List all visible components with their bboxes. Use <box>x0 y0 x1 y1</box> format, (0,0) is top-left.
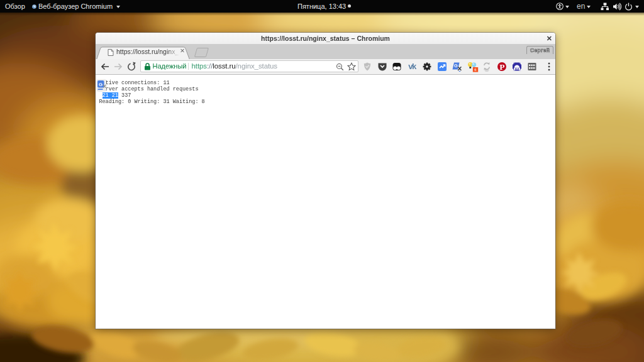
svg-text:G: G <box>99 82 103 87</box>
svg-text:P: P <box>499 62 504 72</box>
svg-text:vk: vk <box>515 67 519 70</box>
svg-text:vk: vk <box>408 62 417 71</box>
svg-text:G: G <box>454 63 458 69</box>
